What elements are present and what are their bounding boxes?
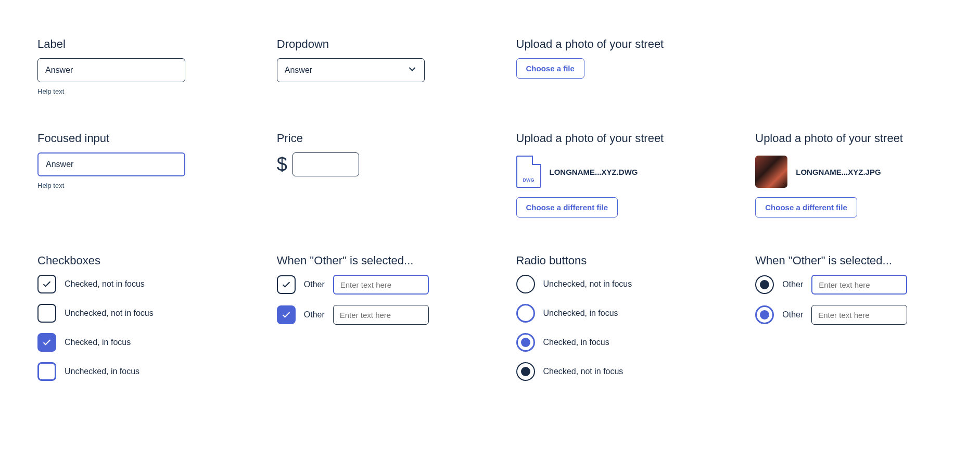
radio-label-text: Unchecked, not in focus bbox=[543, 279, 632, 289]
help-text: Help text bbox=[37, 87, 225, 95]
choose-file-button[interactable]: Choose a file bbox=[516, 58, 584, 79]
other-text-input[interactable] bbox=[811, 305, 907, 325]
dropdown[interactable] bbox=[277, 58, 425, 82]
upload-label: Upload a photo of your street bbox=[516, 37, 704, 51]
text-input[interactable] bbox=[37, 58, 185, 82]
checkbox[interactable] bbox=[37, 275, 56, 293]
radio-label-text: Checked, in focus bbox=[543, 338, 609, 347]
upload-label: Upload a photo of your street bbox=[755, 132, 943, 145]
checkbox[interactable] bbox=[37, 333, 56, 352]
choose-different-file-button[interactable]: Choose a different file bbox=[516, 197, 618, 218]
other-text-input[interactable] bbox=[333, 305, 429, 325]
other-text-input[interactable] bbox=[811, 275, 907, 295]
checkbox[interactable] bbox=[37, 304, 56, 323]
focused-text-input[interactable] bbox=[37, 152, 185, 176]
checkbox-label: Other bbox=[304, 310, 325, 319]
checkbox-label: Other bbox=[304, 280, 325, 289]
dropdown-block: Dropdown bbox=[277, 37, 464, 95]
radio-button[interactable] bbox=[755, 305, 774, 324]
radio-button[interactable] bbox=[516, 304, 535, 323]
checkboxes-label: Checkboxes bbox=[37, 254, 225, 267]
checkbox-label: Checked, not in focus bbox=[65, 279, 145, 289]
upload-label: Upload a photo of your street bbox=[516, 132, 704, 145]
checkboxes-block: Checkboxes Checked, not in focus Uncheck… bbox=[37, 254, 225, 381]
radio-other-block: When "Other" is selected... Other Other bbox=[755, 254, 943, 381]
radio-button[interactable] bbox=[516, 275, 535, 293]
input-label: Label bbox=[37, 37, 225, 51]
upload-block-dwg: Upload a photo of your street DWG LONGNA… bbox=[516, 132, 704, 218]
focused-input-block: Focused input Help text bbox=[37, 132, 225, 218]
section-label: When "Other" is selected... bbox=[277, 254, 464, 267]
focused-input-label: Focused input bbox=[37, 132, 225, 145]
checkbox-label: Unchecked, in focus bbox=[65, 367, 139, 376]
checkbox-label: Unchecked, not in focus bbox=[65, 309, 154, 318]
checkbox[interactable] bbox=[37, 362, 56, 381]
file-name: LONGNAME...XYZ.JPG bbox=[796, 168, 881, 176]
checkbox[interactable] bbox=[277, 305, 296, 324]
file-icon: DWG bbox=[516, 156, 541, 188]
file-name: LONGNAME...XYZ.DWG bbox=[550, 168, 638, 176]
radio-label: Radio buttons bbox=[516, 254, 704, 267]
upload-block-simple: Upload a photo of your street Choose a f… bbox=[516, 37, 704, 95]
radio-button[interactable] bbox=[516, 333, 535, 352]
checkbox-label: Checked, in focus bbox=[65, 338, 131, 347]
upload-block-jpg: Upload a photo of your street LONGNAME..… bbox=[755, 132, 943, 218]
radio-buttons-block: Radio buttons Unchecked, not in focus Un… bbox=[516, 254, 704, 381]
dropdown-label: Dropdown bbox=[277, 37, 464, 51]
dropdown-value[interactable] bbox=[277, 58, 425, 82]
file-extension: DWG bbox=[523, 177, 534, 183]
radio-label-text: Checked, not in focus bbox=[543, 367, 623, 376]
price-block: Price $ bbox=[277, 132, 464, 218]
text-input-block: Label Help text bbox=[37, 37, 225, 95]
radio-button[interactable] bbox=[516, 362, 535, 381]
checkbox[interactable] bbox=[277, 275, 296, 294]
price-input[interactable] bbox=[292, 152, 359, 176]
price-label: Price bbox=[277, 132, 464, 145]
radio-label-text: Other bbox=[782, 310, 803, 319]
radio-button[interactable] bbox=[755, 275, 774, 294]
checkbox-other-block: When "Other" is selected... Other Other bbox=[277, 254, 464, 381]
radio-label-text: Unchecked, in focus bbox=[543, 309, 618, 318]
radio-label-text: Other bbox=[782, 280, 803, 289]
dollar-icon: $ bbox=[277, 154, 287, 175]
image-thumbnail bbox=[755, 156, 787, 188]
choose-different-file-button[interactable]: Choose a different file bbox=[755, 197, 857, 218]
help-text: Help text bbox=[37, 182, 225, 189]
other-text-input[interactable] bbox=[333, 275, 429, 295]
section-label: When "Other" is selected... bbox=[755, 254, 943, 267]
